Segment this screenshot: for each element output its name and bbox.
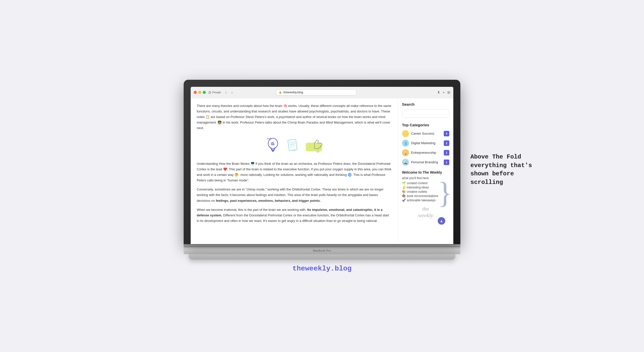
illustration-row: think a: [197, 136, 392, 156]
category-career-count: 4: [444, 131, 449, 136]
category-personal-icon: 🌊: [402, 159, 409, 166]
share-icon[interactable]: ⬆: [437, 90, 440, 94]
tabs-icon[interactable]: ⊞: [447, 90, 450, 94]
lightbulb-illustration: think: [264, 136, 282, 156]
svg-rect-6: [288, 139, 297, 151]
annotation-area: } Above The Fold everything that's shown…: [470, 153, 541, 186]
svg-text:think: think: [267, 137, 272, 140]
category-career-success[interactable]: ⭐ Career Success 4: [402, 130, 449, 137]
svg-line-7: [290, 142, 295, 143]
category-digital-icon: 💧: [402, 140, 409, 147]
sidebar: Search To: [398, 98, 453, 244]
close-button[interactable]: [194, 91, 197, 94]
svg-text:feel: feel: [316, 151, 319, 153]
maximize-button[interactable]: [203, 91, 206, 94]
back-button[interactable]: ‹: [223, 90, 228, 95]
bottom-url: theweekly.blog: [292, 265, 351, 272]
article-paragraph-3: Conversely, sometimes we are in "chimp m…: [197, 187, 392, 203]
category-personal-label: Personal Branding: [411, 160, 442, 164]
browser-chrome: Private ‹ › 🔒 theweekly.blog ⬆ +: [191, 87, 453, 98]
category-entre-icon: 💡: [402, 149, 409, 156]
svg-text:act: act: [293, 150, 295, 151]
note-illustration: act: [287, 138, 299, 153]
category-personal-branding[interactable]: 🌊 Personal Branding 1: [402, 159, 449, 166]
article-paragraph-2: Understanding How the Brain Works 🖥️ If …: [197, 161, 392, 183]
welcome-title: Welcome to The Weekly: [402, 170, 449, 174]
macbook-hinge: [184, 244, 460, 247]
browser-navigation[interactable]: ‹ ›: [223, 90, 234, 95]
svg-line-9: [290, 145, 294, 146]
search-box[interactable]: [402, 109, 449, 118]
address-bar[interactable]: 🔒 theweekly.blog: [276, 89, 356, 95]
minimize-button[interactable]: [198, 91, 201, 94]
traffic-lights: [194, 91, 206, 94]
macbook-bottom-label: MacBook Pro: [184, 247, 460, 254]
article-paragraph-1: There are many theories and concepts abo…: [197, 103, 392, 131]
category-digital-count: 2: [444, 140, 449, 146]
category-career-icon: ⭐: [402, 130, 409, 137]
url-text: theweekly.blog: [283, 91, 303, 94]
private-mode-label: Private: [208, 91, 221, 94]
category-career-label: Career Success: [411, 132, 442, 135]
annotation-text: Above The Fold everything that's shown b…: [470, 153, 541, 186]
search-section-title: Search: [402, 102, 449, 106]
macbook-base: [189, 254, 455, 260]
lock-icon: 🔒: [279, 91, 282, 94]
page-content: There are many theories and concepts abo…: [191, 98, 453, 244]
scroll-top-button[interactable]: ▲: [438, 217, 445, 225]
svg-rect-11: [306, 143, 322, 151]
search-input[interactable]: [402, 110, 449, 118]
svg-line-8: [290, 144, 296, 145]
svg-rect-0: [209, 92, 211, 94]
article-area: There are many theories and concepts abo…: [191, 98, 398, 244]
category-digital-marketing[interactable]: 💧 Digital Marketing 2: [402, 140, 449, 147]
category-digital-label: Digital Marketing: [411, 141, 442, 145]
category-entre-count: 2: [444, 150, 449, 155]
top-categories-title: Top Categories: [402, 123, 449, 127]
forward-button[interactable]: ›: [229, 90, 234, 95]
category-personal-count: 1: [444, 160, 449, 165]
curly-brace-icon: }: [438, 178, 452, 208]
category-entre-label: Entrepreneurship: [411, 151, 442, 154]
article-paragraph-4: When we become irrational, this is the p…: [197, 207, 392, 224]
browser-toolbar-right: ⬆ + ⊞: [437, 90, 450, 94]
add-tab-icon[interactable]: +: [443, 90, 445, 94]
thumbsup-illustration: feel: [304, 138, 325, 153]
category-entrepreneurship[interactable]: 💡 Entrepreneurship 2: [402, 149, 449, 156]
